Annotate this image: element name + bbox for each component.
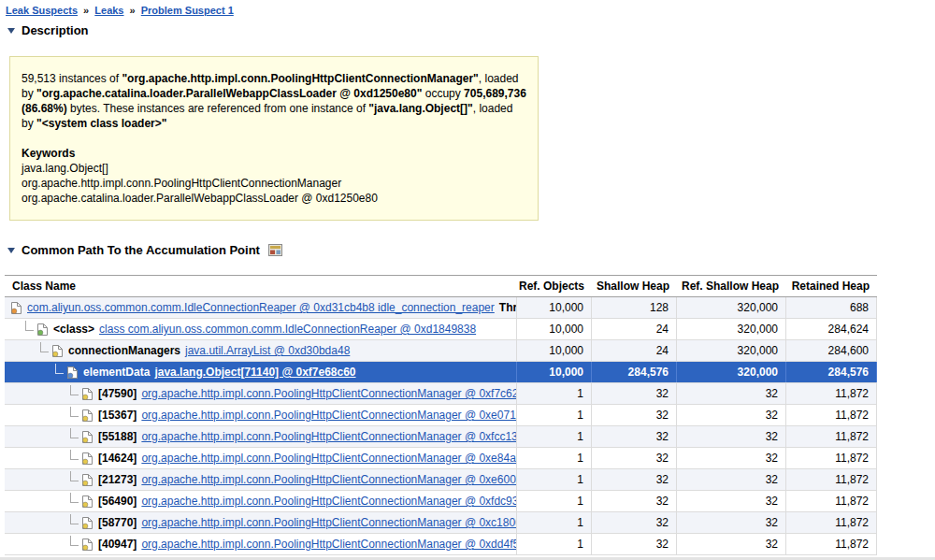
array-icon [66,366,79,380]
keyword-item: org.apache.http.impl.conn.PoolingHttpCli… [22,176,526,191]
tree-branch-icon [40,342,49,352]
tree-branch-icon [25,321,34,331]
breadcrumb-link-problem-suspect-1[interactable]: Problem Suspect 1 [141,5,234,16]
tree-branch-icon [70,493,79,503]
object-icon [81,538,94,552]
retained-heap-cell: 284,600 [786,340,877,361]
description-text: 59,513 instances of "org.apache.http.imp… [22,71,526,131]
ref-shallow-heap-cell: 32 [677,491,786,511]
ref-shallow-heap-cell: 32 [677,426,786,447]
tree-branch-icon [70,450,79,460]
table-row[interactable]: [56490]org.apache.http.impl.conn.Pooling… [5,491,877,512]
shallow-heap-cell: 32 [592,426,677,447]
class-icon [36,323,50,337]
column-header-ref-shallow-heap[interactable]: Ref. Shallow Heap [677,276,786,296]
table-body: com.aliyun.oss.common.comm.IdleConnectio… [5,297,877,555]
object-link[interactable]: org.apache.http.impl.conn.PoolingHttpCli… [141,430,517,443]
retained-heap-cell: 688 [786,297,877,318]
object-link[interactable]: org.apache.http.impl.conn.PoolingHttpCli… [141,409,517,422]
ref-objects-cell: 10,000 [517,297,592,318]
object-link[interactable]: org.apache.http.impl.conn.PoolingHttpCli… [141,538,517,551]
ref-objects-cell: 1 [517,534,592,554]
tree-branch-icon [70,385,79,395]
field-name-label: [15367] [98,409,137,422]
keywords-list: java.lang.Object[]org.apache.http.impl.c… [22,161,526,206]
table-row[interactable]: [58770]org.apache.http.impl.conn.Pooling… [5,512,877,534]
column-header-shallow-heap[interactable]: Shallow Heap [592,276,677,296]
object-link[interactable]: org.apache.http.impl.conn.PoolingHttpCli… [141,473,517,486]
table-row[interactable]: [47590]org.apache.http.impl.conn.Pooling… [5,383,877,405]
retained-heap-cell: 284,576 [786,362,877,382]
breadcrumb-link-leaks[interactable]: Leaks [94,5,123,16]
object-link[interactable]: java.lang.Object[71140] @ 0xf7e68c60 [154,366,355,379]
table-row[interactable]: <class>class com.aliyun.oss.common.comm.… [5,319,877,340]
object-link[interactable]: java.util.ArrayList @ 0xd30bda48 [185,344,350,357]
table-row[interactable]: com.aliyun.oss.common.comm.IdleConnectio… [5,297,877,319]
description-segment: occupy [422,87,464,100]
object-link[interactable]: org.apache.http.impl.conn.PoolingHttpCli… [141,387,517,400]
column-header-retained-heap[interactable]: Retained Heap [786,276,877,296]
query-icon[interactable] [268,244,282,256]
object-icon [81,452,94,466]
retained-heap-cell: 11,872 [786,405,877,425]
shallow-heap-cell: 32 [592,491,677,511]
field-name-label: [55188] [98,430,137,443]
ref-objects-cell: 10,000 [517,362,592,382]
ref-shallow-heap-cell: 320,000 [677,319,786,339]
retained-heap-cell: 11,872 [786,512,877,533]
object-link[interactable]: org.apache.http.impl.conn.PoolingHttpCli… [141,452,517,465]
shallow-heap-cell: 32 [592,383,677,404]
field-name-label: [47590] [98,387,137,400]
shallow-heap-cell: 32 [592,405,677,425]
ref-shallow-heap-cell: 320,000 [677,297,786,318]
object-icon [51,344,65,358]
common-path-section-toggle[interactable]: Common Path To the Accumulation Point [7,243,930,257]
object-icon [81,516,94,530]
shallow-heap-cell: 24 [592,319,677,339]
object-link[interactable]: org.apache.http.impl.conn.PoolingHttpCli… [141,516,517,529]
ref-objects-cell: 1 [517,448,592,468]
breadcrumb: Leak Suspects » Leaks » Problem Suspect … [5,4,930,21]
column-header-class-name[interactable]: Class Name [5,276,517,296]
object-link[interactable]: com.aliyun.oss.common.comm.IdleConnectio… [27,301,495,314]
ref-shallow-heap-cell: 32 [677,469,786,490]
column-header-ref-objects[interactable]: Ref. Objects [517,276,592,296]
table-row[interactable]: [15367]org.apache.http.impl.conn.Pooling… [5,405,877,426]
description-segment: bytes. These instances are referenced fr… [67,102,369,115]
shallow-heap-cell: 32 [592,448,677,468]
ref-objects-cell: 10,000 [517,340,592,361]
shallow-heap-cell: 24 [592,340,677,361]
common-path-section-title: Common Path To the Accumulation Point [22,243,260,257]
tree-branch-icon [70,471,79,481]
keyword-item: org.apache.catalina.loader.ParallelWebap… [22,191,526,206]
table-row[interactable]: connectionManagersjava.util.ArrayList @ … [5,340,877,362]
description-bold-segment: "org.apache.catalina.loader.ParallelWeba… [36,87,422,100]
field-name-label: elementData [83,366,150,379]
table-row[interactable]: elementDatajava.lang.Object[71140] @ 0xf… [5,362,877,383]
table-row[interactable]: [40947]org.apache.http.impl.conn.Pooling… [5,534,877,555]
ref-shallow-heap-cell: 32 [677,383,786,404]
ref-shallow-heap-cell: 32 [677,534,786,554]
breadcrumb-separator: » [130,5,136,16]
ref-objects-cell: 1 [517,469,592,490]
accumulation-path-table: Class Name Ref. Objects Shallow Heap Ref… [5,275,877,555]
breadcrumb-separator: » [83,5,89,16]
object-link[interactable]: org.apache.http.impl.conn.PoolingHttpCli… [141,495,517,508]
description-section-title: Description [22,23,89,37]
description-section-toggle[interactable]: Description [7,23,930,37]
ref-shallow-heap-cell: 320,000 [677,362,786,382]
tree-branch-icon [70,407,79,417]
table-row[interactable]: [55188]org.apache.http.impl.conn.Pooling… [5,426,877,448]
breadcrumb-link-leak-suspects[interactable]: Leak Suspects [6,5,78,16]
retained-heap-cell: 11,872 [786,534,877,554]
object-icon [81,495,94,509]
shallow-heap-cell: 128 [592,297,677,318]
table-row[interactable]: [14624]org.apache.http.impl.conn.Pooling… [5,448,877,469]
table-row[interactable]: [21273]org.apache.http.impl.conn.Pooling… [5,469,877,491]
retained-heap-cell: 11,872 [786,448,877,468]
field-name-label: [21273] [98,473,137,486]
object-icon [81,473,94,487]
object-link[interactable]: class com.aliyun.oss.common.comm.IdleCon… [99,323,476,336]
retained-heap-cell: 284,624 [786,319,877,339]
keywords-title: Keywords [22,146,526,161]
